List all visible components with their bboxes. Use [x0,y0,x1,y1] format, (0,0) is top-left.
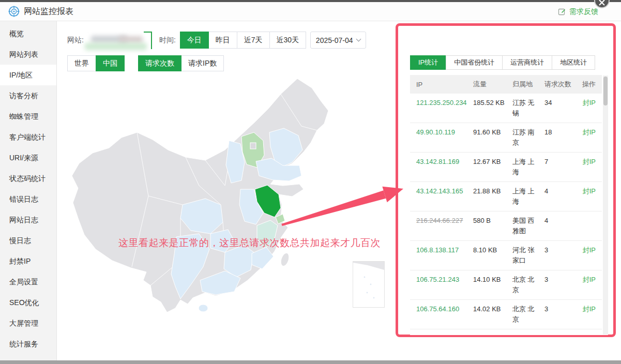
tab-中国省份统计[interactable]: 中国省份统计 [446,55,503,70]
table-body: 121.235.250.234185.52 KB江苏 无锡34封IP49.90.… [410,94,608,335]
sidebar-item-蜘蛛管理[interactable]: 蜘蛛管理 [0,106,56,127]
sidebar-item-慢日志[interactable]: 慢日志 [0,230,56,251]
tab-运营商统计[interactable]: 运营商统计 [502,55,552,70]
scrollbar-thumb[interactable] [603,77,608,105]
table-row: 43.142.143.16521.88 KB上海 上海4封IP [410,182,602,211]
ip-link[interactable]: 106.75.21.243 [416,275,473,285]
sidebar-item-网站列表[interactable]: 网站列表 [0,44,56,65]
page-title: 网站监控报表 [24,6,73,17]
traffic-cell: 21.88 KB [473,186,512,196]
column-header-IP: IP [416,81,473,88]
table-row: 106.75.21.24314.10 KB北京 北京3封IP [410,270,602,300]
requests-cell: 3 [544,304,577,314]
sidebar-item-客户端统计[interactable]: 客户端统计 [0,127,56,147]
sidebar-item-URI/来源[interactable]: URI/来源 [0,147,56,168]
action-cell: 封IP [577,275,602,285]
ip-link[interactable]: 43.142.143.165 [416,186,473,196]
table-row: 27.115.124.1091.17 KB[360蜘蛛]上海 上海3封IP [410,329,602,335]
requests-cell: 4 [544,216,577,226]
table-row: 106.8.138.1178.10 KB河北 张家口3封IP [410,241,602,270]
ban-ip-link[interactable]: 封IP [583,335,596,335]
ban-ip-link[interactable]: 封IP [583,158,596,165]
sidebar-item-状态码统计[interactable]: 状态码统计 [0,168,56,189]
ip-link[interactable]: 216.244.66.227 [416,216,473,226]
time-button-今日[interactable]: 今日 [180,32,209,49]
ban-ip-link[interactable]: 封IP [583,187,596,195]
action-cell: 封IP [577,98,602,108]
scope-button-中国[interactable]: 中国 [96,55,125,71]
metric-button-请求次数[interactable]: 请求次数 [138,55,181,71]
ip-link[interactable]: 49.90.10.119 [416,127,473,138]
time-label: 时间: [159,36,176,45]
feedback-link[interactable]: 需求反馈 [558,2,598,21]
time-button-近7天[interactable]: 近7天 [237,32,270,49]
column-header-归属地: 归属地 [512,80,544,89]
traffic-cell: 14.02 KB [473,304,512,314]
location-cell: 江苏 南京 [512,127,544,148]
scrollbar-track[interactable] [603,75,608,335]
time-button-group: 今日昨日近7天近30天 [180,32,306,49]
location-cell: 江苏 无锡 [512,98,544,118]
ip-link[interactable]: 43.142.81.169 [416,157,473,167]
action-cell: 封IP [577,127,602,138]
sidebar-item-网站日志[interactable]: 网站日志 [0,209,56,230]
requests-cell: 18 [544,127,577,138]
location-cell: 北京 北京 [512,275,544,295]
sidebar-item-统计服务[interactable]: 统计服务 [0,333,56,354]
ban-ip-link[interactable]: 封IP [583,276,596,283]
requests-cell: 3 [544,245,577,255]
scope-button-世界[interactable]: 世界 [67,55,96,71]
sidebar-item-封禁IP[interactable]: 封禁IP [0,251,56,271]
metric-button-group: 请求次数请求IP数 [138,55,224,71]
window-bottom-edge [0,360,621,364]
sidebar-item-访客分析[interactable]: 访客分析 [0,85,56,106]
action-cell: 封IP [577,333,602,335]
location-cell: 美国 西雅图 [512,216,544,236]
sidebar-item-SEO优化[interactable]: SEO优化 [0,292,56,313]
chevron-down-icon [356,37,361,42]
map-toggle-bar: 世界中国 请求次数请求IP数 [67,55,224,71]
ban-ip-link[interactable]: 封IP [583,99,596,107]
requests-cell: 4 [544,186,577,196]
traffic-cell: 185.52 KB [473,98,512,108]
tab-IP统计[interactable]: IP统计 [410,55,446,70]
time-button-昨日[interactable]: 昨日 [208,32,237,49]
page: { "colors": { "accent_green": "#1fa24b",… [0,0,621,364]
requests-cell: 3 [544,275,577,285]
ip-link[interactable]: 27.115.124.109 [416,333,473,335]
annotation-arrow [274,182,408,231]
requests-cell: 7 [544,157,577,167]
sidebar: 概览网站列表IP/地区访客分析蜘蛛管理客户端统计URI/来源状态码统计错误日志网… [0,21,57,360]
ip-link[interactable]: 106.8.138.117 [416,245,473,255]
sidebar-item-IP/地区[interactable]: IP/地区 [0,65,56,85]
action-cell: 封IP [577,304,602,314]
ip-table: IP流量归属地请求次数操作 121.235.250.234185.52 KB江苏… [410,75,608,335]
ban-ip-link[interactable]: 封IP [583,128,596,136]
time-button-近30天[interactable]: 近30天 [269,32,307,49]
ip-link[interactable]: 106.75.64.160 [416,304,473,314]
traffic-cell: 14.10 KB [473,275,512,285]
location-cell: 北京 北京 [512,304,544,325]
metric-button-请求IP数[interactable]: 请求IP数 [181,55,224,71]
date-value: 2025-07-04 [316,36,353,44]
blurred-site-name [85,43,147,50]
green-bracket-mark [144,32,152,49]
action-cell: 封IP [577,157,602,167]
sidebar-item-全局设置[interactable]: 全局设置 [0,271,56,292]
location-cell: 上海 上海 [512,157,544,177]
site-selector-blurred[interactable] [88,33,149,48]
sidebar-item-概览[interactable]: 概览 [0,23,56,44]
spider-tag: [360蜘蛛] [512,335,532,335]
location-cell: 河北 张家口 [512,245,544,266]
column-header-操作: 操作 [577,80,602,89]
island-taiwan [279,252,290,267]
ban-ip-link[interactable]: 封IP [583,246,596,254]
ip-link[interactable]: 121.235.250.234 [416,98,473,108]
tab-地区统计[interactable]: 地区统计 [552,55,595,70]
traffic-cell: 91.60 KB [473,127,512,138]
table-row: 216.244.66.227580 B美国 西雅图4 [410,211,602,241]
sidebar-item-大屏管理[interactable]: 大屏管理 [0,313,56,333]
date-picker[interactable]: 2025-07-04 [310,32,366,49]
sidebar-item-错误日志[interactable]: 错误日志 [0,189,56,209]
ban-ip-link[interactable]: 封IP [583,305,596,313]
